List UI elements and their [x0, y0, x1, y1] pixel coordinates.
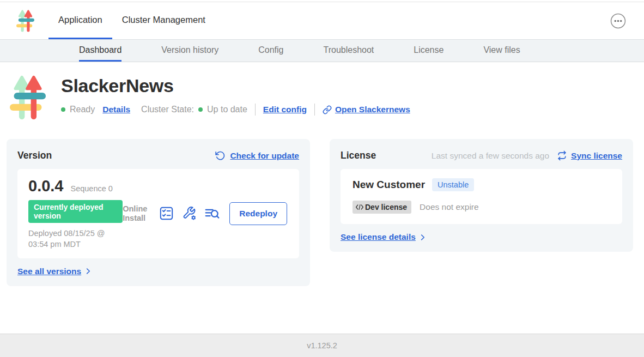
check-for-update-link[interactable]: Check for update — [215, 150, 299, 161]
tab-view-files[interactable]: View files — [483, 40, 520, 62]
tab-troubleshoot[interactable]: Troubleshoot — [323, 40, 374, 62]
sync-license-link[interactable]: Sync license — [557, 150, 622, 161]
console-version-text: v1.125.2 — [307, 341, 337, 350]
see-license-details-label: See license details — [341, 232, 416, 242]
topnav-tabs: Application Cluster Management — [48, 2, 215, 39]
open-app-link-label: Open Slackernews — [335, 105, 410, 114]
see-all-versions-label: See all versions — [17, 267, 81, 276]
lines-magnifier-icon — [205, 206, 220, 221]
app-status-row: Ready Details Cluster State: Up to date … — [61, 104, 410, 116]
view-diff-button[interactable] — [205, 206, 220, 221]
wrench-gear-icon — [182, 206, 197, 221]
customer-name: New Customer — [353, 179, 425, 191]
app-header: SlackerNews Ready Details Cluster State:… — [0, 62, 644, 124]
version-card: Version Check for update 0.0.4 Sequence … — [7, 139, 310, 286]
version-card-title: Version — [17, 150, 52, 161]
page-title: SlackerNews — [61, 75, 410, 96]
chain-link-icon — [323, 105, 332, 114]
license-card-title: License — [341, 150, 376, 161]
tab-license[interactable]: License — [414, 40, 443, 62]
license-card: License Last synced a few seconds ago Sy… — [330, 139, 633, 252]
chevron-right-icon — [418, 233, 427, 241]
see-license-details-link[interactable]: See license details — [341, 232, 622, 242]
overflow-menu-button[interactable] — [610, 13, 626, 29]
app-status-dot — [61, 107, 65, 112]
tab-dashboard[interactable]: Dashboard — [79, 40, 121, 62]
app-logo-large — [10, 72, 46, 124]
status-details-link[interactable]: Details — [102, 105, 130, 114]
last-synced-text: Last synced a few seconds ago — [432, 151, 549, 161]
config-wrench-button[interactable] — [182, 206, 197, 221]
license-expiry-text: Does not expire — [420, 202, 479, 212]
current-version-panel: 0.0.4 Sequence 0 Currently deployed vers… — [17, 169, 299, 258]
edit-config-link[interactable]: Edit config — [263, 105, 307, 114]
preflight-checks-button[interactable] — [159, 206, 174, 221]
install-type-label: Online Install — [123, 204, 151, 222]
license-type-label: Dev license — [365, 203, 407, 211]
redeploy-button[interactable]: Redeploy — [229, 202, 287, 225]
tab-version-history[interactable]: Version history — [161, 40, 218, 62]
chevron-right-icon — [84, 267, 92, 275]
app-status-text: Ready — [70, 105, 95, 114]
refresh-icon — [215, 150, 226, 161]
divider — [255, 104, 256, 116]
version-number: 0.0.4 — [28, 177, 64, 195]
dashboard-cards: Version Check for update 0.0.4 Sequence … — [0, 139, 644, 286]
license-panel: New Customer Unstable Dev license Does n… — [341, 169, 622, 224]
slackernews-logo-icon — [10, 72, 46, 124]
license-type-badge: Dev license — [353, 201, 411, 214]
footer-bar: v1.125.2 — [0, 334, 644, 357]
cluster-state-label: Cluster State: — [141, 105, 194, 114]
cluster-state-text: Up to date — [207, 105, 247, 114]
tab-config[interactable]: Config — [258, 40, 283, 62]
check-for-update-label: Check for update — [230, 151, 299, 161]
checklist-icon — [159, 206, 174, 221]
sync-license-label: Sync license — [571, 151, 622, 161]
tab-application[interactable]: Application — [48, 2, 112, 39]
sequence-label: Sequence 0 — [71, 184, 113, 193]
channel-badge: Unstable — [432, 178, 474, 191]
app-logo-small — [16, 8, 34, 34]
deployed-status-badge: Currently deployed version — [28, 200, 123, 223]
sync-arrows-icon — [557, 150, 567, 161]
open-app-link[interactable]: Open Slackernews — [323, 105, 410, 114]
tab-cluster-management[interactable]: Cluster Management — [112, 2, 215, 39]
app-sub-navigation: Dashboard Version history Config Trouble… — [0, 40, 644, 62]
top-navigation: Application Cluster Management — [0, 2, 644, 40]
code-brackets-icon — [355, 204, 364, 210]
cluster-state-dot — [198, 107, 203, 112]
deployed-timestamp: Deployed 08/15/25 @ 03:54 pm MDT — [28, 228, 123, 250]
slackernews-logo-icon — [16, 8, 34, 34]
ellipsis-circle-icon — [610, 13, 626, 29]
see-all-versions-link[interactable]: See all versions — [17, 267, 299, 276]
divider — [314, 104, 315, 116]
